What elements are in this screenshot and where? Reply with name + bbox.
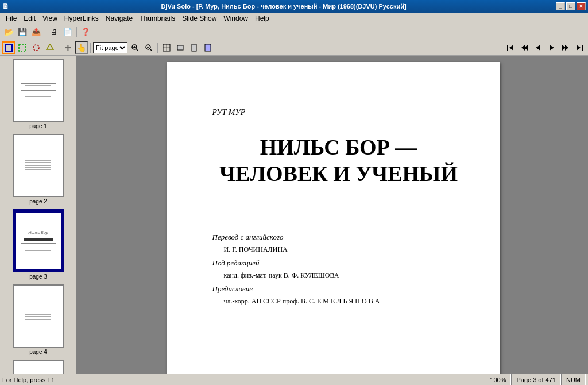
- toolbar1: 📂 💾 📤 🖨 📄 ❓: [0, 24, 588, 40]
- thumb-label-2: page 2: [29, 198, 47, 205]
- toolbar2: ✛ 👆 Fit page 100% 75% 150% 200%: [0, 40, 588, 56]
- select-polygon-button[interactable]: [44, 41, 56, 54]
- minimize-button[interactable]: _: [556, 2, 565, 10]
- menu-slideshow[interactable]: Slide Show: [179, 14, 220, 23]
- page-button[interactable]: 📄: [61, 26, 74, 38]
- document-author: РУТ МУР: [212, 108, 465, 117]
- thumb-img-3[interactable]: Нильс Бор: [13, 209, 64, 272]
- svg-point-2: [33, 45, 39, 51]
- pan-button[interactable]: ✛: [61, 41, 74, 54]
- nav-last-button[interactable]: [573, 41, 586, 54]
- help-button[interactable]: ❓: [79, 26, 92, 38]
- pointer-button[interactable]: 👆: [75, 41, 88, 54]
- zoom-dropdown[interactable]: Fit page 100% 75% 150% 200%: [93, 42, 127, 53]
- thumbnail-page2[interactable]: page 2: [5, 134, 71, 205]
- svg-line-9: [150, 49, 152, 51]
- thumbnail-page4[interactable]: page 4: [5, 284, 71, 355]
- svg-rect-1: [19, 44, 26, 51]
- thumbnail-panel[interactable]: page 1 page 2 Нильс Бор: [0, 56, 78, 374]
- nav-first-button[interactable]: [504, 41, 517, 54]
- thumbnail-page3[interactable]: Нильс Бор page 3: [5, 209, 71, 280]
- zoom-in-button[interactable]: [129, 41, 141, 54]
- nav-prev-button[interactable]: [532, 41, 544, 54]
- save-button[interactable]: 💾: [16, 26, 29, 38]
- actual-size-button[interactable]: [160, 41, 173, 54]
- menu-hyperlinks[interactable]: HyperLinks: [61, 14, 102, 23]
- status-zoom: 100%: [485, 374, 511, 386]
- svg-rect-15: [192, 44, 196, 51]
- status-page-info: Page 3 of 471: [511, 374, 561, 386]
- meta2-value: канд. физ.-мат. наук В. Ф. КУЛЕШОВА: [224, 271, 465, 280]
- separator: [45, 27, 45, 37]
- separator5: [157, 43, 158, 53]
- open-button[interactable]: 📂: [2, 26, 15, 38]
- svg-marker-21: [536, 45, 540, 51]
- svg-marker-18: [509, 45, 513, 51]
- fit-width-button[interactable]: [174, 41, 187, 54]
- status-mode: NUM: [561, 374, 586, 386]
- svg-marker-3: [47, 44, 53, 49]
- status-bar: For Help, press F1 100% Page 3 of 471 NU…: [0, 374, 588, 385]
- svg-rect-16: [205, 44, 211, 51]
- svg-line-5: [136, 49, 138, 51]
- menu-view[interactable]: View: [39, 14, 61, 23]
- title-bar: 🗎 DjVu Solo - [Р. Мур, Нильс Бор - челов…: [0, 0, 588, 13]
- thumb-label-3: page 3: [29, 274, 47, 280]
- select-region-button[interactable]: [16, 41, 29, 54]
- nav-prev-fast-button[interactable]: [518, 41, 531, 54]
- status-right: 100% Page 3 of 471 NUM: [485, 374, 586, 386]
- separator4: [90, 43, 91, 53]
- menu-thumbnails[interactable]: Thumbnails: [136, 14, 179, 23]
- svg-rect-0: [5, 44, 12, 51]
- fit-page-button2[interactable]: [202, 41, 214, 54]
- close-button[interactable]: ✕: [577, 2, 586, 10]
- nav-next-fast-button[interactable]: [559, 41, 572, 54]
- svg-rect-14: [177, 45, 183, 50]
- status-help: For Help, press F1: [2, 376, 485, 383]
- window-controls[interactable]: _ □ ✕: [556, 2, 586, 10]
- fit-height-button[interactable]: [188, 41, 200, 54]
- maximize-button[interactable]: □: [566, 2, 575, 10]
- menu-help[interactable]: Help: [252, 14, 273, 23]
- export-button[interactable]: 📤: [30, 26, 42, 38]
- meta3-value: чл.-корр. АН СССР проф. В. С. Е М Е Л Ь …: [224, 297, 465, 306]
- title-line1: НИЛЬС БОР —: [212, 134, 465, 161]
- menu-file[interactable]: File: [2, 14, 20, 23]
- print-button[interactable]: 🖨: [48, 26, 60, 38]
- thumb-label-4: page 4: [29, 349, 47, 355]
- thumb-img-1[interactable]: [13, 59, 64, 122]
- document-view[interactable]: РУТ МУР НИЛЬС БОР — ЧЕЛОВЕК И УЧЕНЫЙ Пер…: [78, 56, 588, 374]
- nav-next-button[interactable]: [546, 41, 558, 54]
- thumb-img-4[interactable]: [13, 284, 64, 348]
- thumb-img-5[interactable]: [13, 360, 64, 374]
- menu-window[interactable]: Window: [220, 14, 252, 23]
- svg-marker-24: [565, 45, 568, 51]
- meta1-label: Перевод с английского: [212, 233, 465, 242]
- thumbnail-page5[interactable]: page 5: [5, 360, 71, 374]
- menu-edit[interactable]: Edit: [20, 14, 39, 23]
- meta3-label: Предисловие: [212, 284, 465, 294]
- svg-marker-22: [550, 45, 554, 51]
- meta1-value: И. Г. ПОЧИНАЛИНА: [224, 245, 465, 254]
- document-title: НИЛЬС БОР — ЧЕЛОВЕК И УЧЕНЫЙ: [212, 134, 465, 187]
- thumb-img-2[interactable]: [13, 134, 64, 197]
- select-rect-button[interactable]: [2, 41, 15, 54]
- thumb-label-1: page 1: [29, 123, 47, 129]
- meta2-label: Под редакцией: [212, 259, 465, 268]
- title-line2: ЧЕЛОВЕК И УЧЕНЫЙ: [212, 161, 465, 187]
- separator3: [59, 43, 59, 53]
- menu-bar: File Edit View HyperLinks Navigate Thumb…: [0, 13, 588, 24]
- svg-marker-26: [577, 45, 581, 51]
- main-area: page 1 page 2 Нильс Бор: [0, 56, 588, 374]
- select-circle-button[interactable]: [30, 41, 42, 54]
- app-icon: 🗎: [2, 2, 9, 10]
- separator2: [76, 27, 77, 37]
- zoom-out-button[interactable]: [142, 41, 155, 54]
- window-title: DjVu Solo - [Р. Мур, Нильс Бор - человек…: [11, 3, 556, 10]
- menu-navigate[interactable]: Navigate: [102, 14, 136, 23]
- page-content: РУТ МУР НИЛЬС БОР — ЧЕЛОВЕК И УЧЕНЫЙ Пер…: [167, 62, 500, 374]
- thumbnail-page1[interactable]: page 1: [5, 59, 71, 129]
